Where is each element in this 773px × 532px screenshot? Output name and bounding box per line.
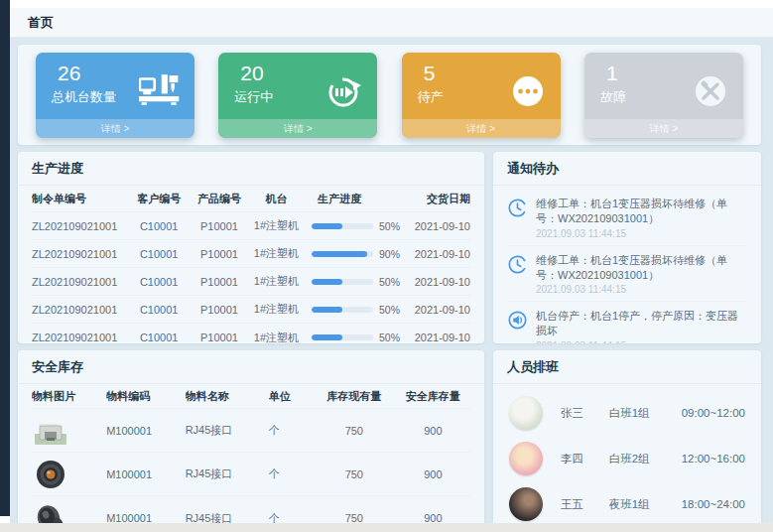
notifications-panel: 通知待办 维修工单：机台1变压器损坏待维修（单号：WX202109031001） <box>493 152 761 343</box>
table-row: M100001 RJ45接口 个 750 900 <box>32 496 470 523</box>
person-name: 张三 <box>561 406 609 421</box>
table-row: ZL202109021001 C10001 P10001 1#注塑机 50% 2… <box>32 296 470 324</box>
stat-card-waiting[interactable]: 5 待产 详情 > <box>402 53 561 138</box>
stat-value: 20 <box>240 62 263 85</box>
material-image-speaker-driver <box>32 458 106 491</box>
detail-link[interactable]: 详情 > <box>36 119 194 138</box>
panel-title-notifications: 通知待办 <box>493 152 761 186</box>
stat-card-running[interactable]: 20 运行中 详情 > <box>218 53 377 138</box>
machine-icon <box>139 72 181 110</box>
shift-time: 12:00~16:00 <box>682 453 745 465</box>
table-row: M100001 RJ45接口 个 750 900 <box>32 453 470 496</box>
personnel-schedule-panel: 人员排班 张三 白班1组 09:00~12:00 李四 白班2组 1 <box>493 350 761 523</box>
schedule-row: 张三 白班1组 09:00~12:00 <box>509 390 745 436</box>
table-row: ZL202109021001 C10001 P10001 1#注塑机 50% 2… <box>32 212 470 240</box>
col-material-code: 物料编码 <box>106 389 186 404</box>
safety-stock-panel: 安全库存 物料图片 物料编码 物料名称 单位 库存现有量 安全库存量 <box>18 350 484 523</box>
stat-card-fault[interactable]: 1 故障 详情 > <box>584 53 743 138</box>
progress-cell: 50% <box>304 276 405 288</box>
material-image-speaker-cone <box>32 501 106 523</box>
sidebar-edge <box>0 0 10 516</box>
col-customer-no: 客户编号 <box>128 192 190 206</box>
production-progress-panel: 生产进度 制令单编号 客户编号 产品编号 机台 生产进度 交货日期 ZL2021… <box>18 152 484 343</box>
table-row: M100001 RJ45接口 个 750 900 <box>32 409 470 453</box>
progress-bar <box>312 279 373 285</box>
col-machine: 机台 <box>249 192 304 206</box>
progress-cell: 50% <box>304 304 405 316</box>
breadcrumb-bar: 首页 <box>10 8 773 38</box>
schedule-row: 王五 夜班1组 18:00~24:00 <box>509 481 745 523</box>
avatar <box>509 487 543 521</box>
detail-link[interactable]: 详情 > <box>402 119 561 138</box>
notification-list: 维修工单：机台1变压器损坏待维修（单号：WX202109031001） 2021… <box>493 186 761 343</box>
inventory-table-header: 物料图片 物料编码 物料名称 单位 库存现有量 安全库存量 <box>32 384 470 409</box>
stat-label: 总机台数量 <box>52 88 116 106</box>
col-material-name: 物料名称 <box>186 389 269 404</box>
progress-cell: 90% <box>304 248 405 260</box>
detail-link[interactable]: 详情 > <box>218 119 377 138</box>
material-image-rj45 <box>32 414 106 448</box>
shift-label: 夜班1组 <box>609 497 682 512</box>
stat-value: 26 <box>58 62 80 85</box>
stat-label: 待产 <box>418 88 444 106</box>
stat-value: 5 <box>424 62 436 85</box>
content-area: 26 总机台数量 <box>10 38 773 523</box>
person-name: 王五 <box>561 497 609 512</box>
schedule-row: 李四 白班2组 12:00~16:00 <box>509 436 745 481</box>
col-order-no: 制令单编号 <box>32 192 128 206</box>
stat-cards-panel: 26 总机台数量 <box>18 45 761 145</box>
table-row: ZL202109021001 C10001 P10001 1#注塑机 50% 2… <box>32 324 470 343</box>
notification-item[interactable]: 机台停产：机台1停产，停产原因：变压器损坏 2021.09.03 11:44:1… <box>507 302 747 343</box>
schedule-list: 张三 白班1组 09:00~12:00 李四 白班2组 12:00~16:00 <box>493 384 761 523</box>
shift-label: 白班2组 <box>609 452 682 466</box>
production-table-header: 制令单编号 客户编号 产品编号 机台 生产进度 交货日期 <box>32 186 470 212</box>
col-progress: 生产进度 <box>304 192 405 206</box>
table-row: ZL202109021001 C10001 P10001 1#注塑机 50% 2… <box>32 268 470 296</box>
dashboard-screen: 首页 26 总机台数量 <box>0 0 773 532</box>
progress-cell: 50% <box>304 332 405 343</box>
progress-cell: 50% <box>304 220 405 232</box>
person-name: 李四 <box>561 452 609 466</box>
stat-value: 1 <box>606 62 618 85</box>
shift-time: 09:00~12:00 <box>682 407 745 419</box>
table-row: ZL202109021001 C10001 P10001 1#注塑机 90% 2… <box>32 240 470 268</box>
stat-label: 运行中 <box>234 88 273 106</box>
ellipsis-icon <box>509 72 547 114</box>
panel-title-production: 生产进度 <box>18 152 484 186</box>
avatar <box>509 396 543 430</box>
col-unit: 单位 <box>269 389 313 404</box>
bottom-edge <box>0 523 773 532</box>
running-icon <box>323 72 363 116</box>
tools-icon <box>692 72 729 114</box>
shift-label: 白班1组 <box>609 406 682 421</box>
col-current-stock: 库存现有量 <box>313 389 396 404</box>
col-product-no: 产品编号 <box>190 192 249 206</box>
stat-card-total-machines[interactable]: 26 总机台数量 <box>36 53 194 138</box>
notification-item[interactable]: 维修工单：机台1变压器损坏待维修（单号：WX202109031001） 2021… <box>507 190 747 246</box>
panel-title-inventory: 安全库存 <box>18 350 484 384</box>
col-safety-stock: 安全库存量 <box>396 389 470 404</box>
detail-link[interactable]: 详情 > <box>584 119 743 138</box>
production-table: 制令单编号 客户编号 产品编号 机台 生产进度 交货日期 ZL202109021… <box>18 186 484 343</box>
notification-item[interactable]: 维修工单：机台1变压器损坏待维修（单号：WX202109031001） 2021… <box>507 246 747 303</box>
page-title: 首页 <box>28 14 54 32</box>
clock-icon <box>507 254 528 296</box>
progress-bar <box>312 223 373 229</box>
shift-time: 18:00~24:00 <box>682 498 745 510</box>
speaker-icon <box>507 310 528 343</box>
avatar <box>509 442 543 475</box>
progress-bar <box>312 334 373 340</box>
inventory-table: 物料图片 物料编码 物料名称 单位 库存现有量 安全库存量 <box>18 384 484 523</box>
progress-bar <box>312 251 373 257</box>
col-material-image: 物料图片 <box>32 389 106 404</box>
clock-icon <box>507 198 528 239</box>
main-area: 首页 26 总机台数量 <box>10 8 773 523</box>
col-delivery-date: 交货日期 <box>405 192 470 206</box>
stat-label: 故障 <box>600 88 626 106</box>
panel-title-schedule: 人员排班 <box>493 350 761 384</box>
progress-bar <box>312 307 373 313</box>
